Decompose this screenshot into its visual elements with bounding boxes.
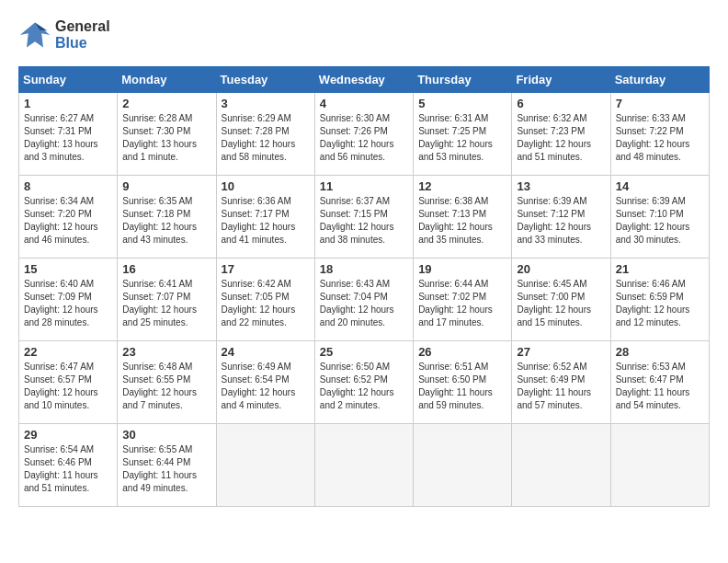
day-number: 27 bbox=[517, 345, 605, 359]
day-info: Sunrise: 6:29 AM Sunset: 7:28 PM Dayligh… bbox=[222, 112, 310, 164]
day-number: 6 bbox=[517, 97, 605, 110]
calendar-cell: 7Sunrise: 6:33 AM Sunset: 7:22 PM Daylig… bbox=[610, 93, 709, 176]
day-number: 21 bbox=[616, 262, 704, 276]
day-info: Sunrise: 6:35 AM Sunset: 7:18 PM Dayligh… bbox=[122, 195, 210, 247]
day-info: Sunrise: 6:31 AM Sunset: 7:25 PM Dayligh… bbox=[418, 112, 506, 164]
day-number: 22 bbox=[24, 345, 112, 359]
day-number: 18 bbox=[320, 262, 408, 276]
calendar-cell bbox=[314, 424, 413, 507]
day-info: Sunrise: 6:38 AM Sunset: 7:13 PM Dayligh… bbox=[418, 195, 506, 247]
calendar-cell: 3Sunrise: 6:29 AM Sunset: 7:28 PM Daylig… bbox=[216, 93, 314, 176]
calendar-cell: 27Sunrise: 6:52 AM Sunset: 6:49 PM Dayli… bbox=[512, 341, 610, 424]
header-sunday: Sunday bbox=[19, 67, 118, 93]
day-info: Sunrise: 6:41 AM Sunset: 7:07 PM Dayligh… bbox=[122, 278, 210, 329]
day-number: 16 bbox=[122, 262, 210, 276]
day-number: 24 bbox=[222, 345, 310, 359]
calendar-cell: 5Sunrise: 6:31 AM Sunset: 7:25 PM Daylig… bbox=[414, 93, 512, 176]
svg-marker-0 bbox=[20, 23, 50, 48]
calendar-cell: 13Sunrise: 6:39 AM Sunset: 7:12 PM Dayli… bbox=[512, 176, 610, 259]
calendar-week-row: 15Sunrise: 6:40 AM Sunset: 7:09 PM Dayli… bbox=[19, 259, 710, 341]
day-info: Sunrise: 6:33 AM Sunset: 7:22 PM Dayligh… bbox=[616, 112, 704, 164]
calendar-cell: 18Sunrise: 6:43 AM Sunset: 7:04 PM Dayli… bbox=[314, 259, 413, 341]
calendar-week-row: 8Sunrise: 6:34 AM Sunset: 7:20 PM Daylig… bbox=[19, 176, 710, 259]
header-wednesday: Wednesday bbox=[314, 67, 413, 93]
calendar-cell: 29Sunrise: 6:54 AM Sunset: 6:46 PM Dayli… bbox=[19, 424, 118, 507]
day-number: 28 bbox=[616, 345, 704, 359]
calendar-cell: 30Sunrise: 6:55 AM Sunset: 6:44 PM Dayli… bbox=[118, 424, 216, 507]
logo-text: General Blue bbox=[55, 18, 110, 51]
header-tuesday: Tuesday bbox=[216, 67, 314, 93]
day-number: 15 bbox=[24, 262, 112, 276]
day-number: 12 bbox=[418, 179, 506, 193]
day-number: 8 bbox=[24, 179, 112, 193]
calendar-cell: 16Sunrise: 6:41 AM Sunset: 7:07 PM Dayli… bbox=[118, 259, 216, 341]
day-info: Sunrise: 6:51 AM Sunset: 6:50 PM Dayligh… bbox=[418, 361, 506, 412]
calendar-cell bbox=[216, 424, 314, 507]
day-number: 2 bbox=[122, 97, 210, 110]
calendar-week-row: 29Sunrise: 6:54 AM Sunset: 6:46 PM Dayli… bbox=[19, 424, 710, 507]
day-number: 1 bbox=[24, 97, 112, 110]
calendar-table: SundayMondayTuesdayWednesdayThursdayFrid… bbox=[18, 66, 710, 507]
calendar-cell: 14Sunrise: 6:39 AM Sunset: 7:10 PM Dayli… bbox=[610, 176, 709, 259]
day-info: Sunrise: 6:52 AM Sunset: 6:49 PM Dayligh… bbox=[517, 361, 605, 412]
day-number: 4 bbox=[320, 97, 408, 110]
day-info: Sunrise: 6:45 AM Sunset: 7:00 PM Dayligh… bbox=[517, 278, 605, 329]
day-number: 26 bbox=[418, 345, 506, 359]
calendar-header-row: SundayMondayTuesdayWednesdayThursdayFrid… bbox=[19, 67, 710, 93]
day-info: Sunrise: 6:34 AM Sunset: 7:20 PM Dayligh… bbox=[24, 195, 112, 247]
calendar-cell bbox=[414, 424, 512, 507]
calendar-cell: 15Sunrise: 6:40 AM Sunset: 7:09 PM Dayli… bbox=[19, 259, 118, 341]
day-info: Sunrise: 6:30 AM Sunset: 7:26 PM Dayligh… bbox=[320, 112, 408, 164]
calendar-cell: 8Sunrise: 6:34 AM Sunset: 7:20 PM Daylig… bbox=[19, 176, 118, 259]
day-info: Sunrise: 6:27 AM Sunset: 7:31 PM Dayligh… bbox=[24, 112, 112, 164]
day-info: Sunrise: 6:39 AM Sunset: 7:10 PM Dayligh… bbox=[616, 195, 704, 247]
calendar-week-row: 1Sunrise: 6:27 AM Sunset: 7:31 PM Daylig… bbox=[19, 93, 710, 176]
calendar-cell: 28Sunrise: 6:53 AM Sunset: 6:47 PM Dayli… bbox=[610, 341, 709, 424]
day-info: Sunrise: 6:36 AM Sunset: 7:17 PM Dayligh… bbox=[222, 195, 310, 247]
day-info: Sunrise: 6:40 AM Sunset: 7:09 PM Dayligh… bbox=[24, 278, 112, 329]
day-number: 20 bbox=[517, 262, 605, 276]
calendar-cell: 4Sunrise: 6:30 AM Sunset: 7:26 PM Daylig… bbox=[314, 93, 413, 176]
calendar-cell: 10Sunrise: 6:36 AM Sunset: 7:17 PM Dayli… bbox=[216, 176, 314, 259]
day-info: Sunrise: 6:43 AM Sunset: 7:04 PM Dayligh… bbox=[320, 278, 408, 329]
day-number: 9 bbox=[122, 179, 210, 193]
day-number: 14 bbox=[616, 179, 704, 193]
day-info: Sunrise: 6:37 AM Sunset: 7:15 PM Dayligh… bbox=[320, 195, 408, 247]
day-info: Sunrise: 6:48 AM Sunset: 6:55 PM Dayligh… bbox=[122, 361, 210, 412]
header-thursday: Thursday bbox=[414, 67, 512, 93]
day-number: 25 bbox=[320, 345, 408, 359]
day-info: Sunrise: 6:47 AM Sunset: 6:57 PM Dayligh… bbox=[24, 361, 112, 412]
day-info: Sunrise: 6:50 AM Sunset: 6:52 PM Dayligh… bbox=[320, 361, 408, 412]
calendar-cell: 25Sunrise: 6:50 AM Sunset: 6:52 PM Dayli… bbox=[314, 341, 413, 424]
logo: General Blue bbox=[18, 18, 110, 52]
day-info: Sunrise: 6:44 AM Sunset: 7:02 PM Dayligh… bbox=[418, 278, 506, 329]
calendar-cell: 21Sunrise: 6:46 AM Sunset: 6:59 PM Dayli… bbox=[610, 259, 709, 341]
header-friday: Friday bbox=[512, 67, 610, 93]
day-number: 30 bbox=[122, 428, 210, 442]
calendar-cell: 23Sunrise: 6:48 AM Sunset: 6:55 PM Dayli… bbox=[118, 341, 216, 424]
day-info: Sunrise: 6:49 AM Sunset: 6:54 PM Dayligh… bbox=[222, 361, 310, 412]
day-info: Sunrise: 6:39 AM Sunset: 7:12 PM Dayligh… bbox=[517, 195, 605, 247]
day-number: 11 bbox=[320, 179, 408, 193]
calendar-cell: 1Sunrise: 6:27 AM Sunset: 7:31 PM Daylig… bbox=[19, 93, 118, 176]
day-number: 13 bbox=[517, 179, 605, 193]
day-info: Sunrise: 6:55 AM Sunset: 6:44 PM Dayligh… bbox=[122, 443, 210, 495]
day-number: 23 bbox=[122, 345, 210, 359]
calendar-cell: 12Sunrise: 6:38 AM Sunset: 7:13 PM Dayli… bbox=[414, 176, 512, 259]
day-info: Sunrise: 6:32 AM Sunset: 7:23 PM Dayligh… bbox=[517, 112, 605, 164]
day-info: Sunrise: 6:28 AM Sunset: 7:30 PM Dayligh… bbox=[122, 112, 210, 164]
calendar-cell: 22Sunrise: 6:47 AM Sunset: 6:57 PM Dayli… bbox=[19, 341, 118, 424]
day-number: 5 bbox=[418, 97, 506, 110]
calendar-cell: 17Sunrise: 6:42 AM Sunset: 7:05 PM Dayli… bbox=[216, 259, 314, 341]
calendar-cell: 9Sunrise: 6:35 AM Sunset: 7:18 PM Daylig… bbox=[118, 176, 216, 259]
day-number: 3 bbox=[222, 97, 310, 110]
header-saturday: Saturday bbox=[610, 67, 709, 93]
calendar-cell: 11Sunrise: 6:37 AM Sunset: 7:15 PM Dayli… bbox=[314, 176, 413, 259]
day-info: Sunrise: 6:54 AM Sunset: 6:46 PM Dayligh… bbox=[24, 443, 112, 495]
day-info: Sunrise: 6:53 AM Sunset: 6:47 PM Dayligh… bbox=[616, 361, 704, 412]
logo-icon bbox=[18, 18, 51, 52]
calendar-cell bbox=[512, 424, 610, 507]
calendar-week-row: 22Sunrise: 6:47 AM Sunset: 6:57 PM Dayli… bbox=[19, 341, 710, 424]
calendar-cell: 2Sunrise: 6:28 AM Sunset: 7:30 PM Daylig… bbox=[118, 93, 216, 176]
calendar-cell: 20Sunrise: 6:45 AM Sunset: 7:00 PM Dayli… bbox=[512, 259, 610, 341]
